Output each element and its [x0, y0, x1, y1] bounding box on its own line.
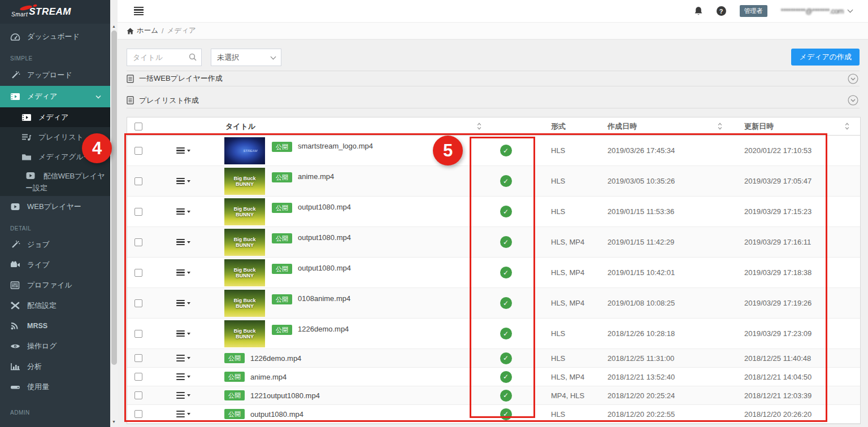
sidebar-item-live[interactable]: ライブ — [0, 255, 110, 275]
sidebar-toggle-button[interactable] — [134, 7, 144, 16]
status-ok-icon: ✓ — [500, 408, 512, 420]
row-menu-button[interactable] — [174, 237, 193, 248]
column-header-format: 形式 — [537, 117, 600, 135]
sidebar-item-analysis[interactable]: 分析 — [0, 356, 110, 377]
format-cell: HLS — [537, 349, 600, 367]
row-checkbox[interactable] — [134, 391, 142, 399]
create-playlist-accordion[interactable]: プレイリスト作成 — [127, 93, 860, 108]
sidebar-item-label: 配信設定 — [27, 300, 57, 311]
sort-icon[interactable] — [844, 122, 850, 130]
status-ok-icon: ✓ — [500, 352, 512, 364]
media-title: 1221output1080.mp4 — [250, 391, 320, 400]
row-menu-button[interactable] — [174, 206, 193, 217]
brand-swoosh-icon — [19, 4, 38, 11]
category-select-value: 未選択 — [217, 53, 239, 63]
sidebar-subitem-media-group[interactable]: メディアグループ — [0, 147, 110, 167]
sidebar-item-label: 分析 — [27, 361, 42, 372]
row-menu-button[interactable] — [174, 408, 193, 420]
row-menu-button[interactable] — [174, 352, 193, 364]
row-menu-button[interactable] — [174, 328, 193, 339]
batch-webplayer-label: 一括WEBプレイヤー作成 — [139, 73, 223, 84]
row-checkbox[interactable] — [134, 410, 142, 418]
table-row: Big Buck BUNNY 公開 output1080.mp4 ✓ HLS 2… — [127, 197, 860, 227]
sidebar-item-mrss[interactable]: MRSS — [0, 316, 110, 336]
sidebar-item-webplayer[interactable]: WEBプレイヤー — [0, 196, 110, 217]
scroll-down-arrow[interactable]: ▼ — [110, 418, 118, 425]
bar-chart-icon — [10, 363, 20, 371]
row-checkbox[interactable] — [134, 177, 142, 185]
create-media-button[interactable]: メディアの作成 — [791, 49, 860, 66]
help-icon[interactable]: ? — [717, 6, 726, 16]
sidebar-item-usage[interactable]: 使用量 — [0, 377, 110, 397]
row-menu-button[interactable] — [174, 390, 193, 401]
search-icon[interactable] — [189, 53, 197, 61]
category-select[interactable]: 未選択 — [211, 49, 281, 66]
tachometer-icon — [10, 33, 20, 41]
play-rect-icon — [10, 203, 20, 211]
sort-icon[interactable] — [476, 122, 482, 130]
row-menu-button[interactable] — [174, 267, 193, 278]
table-row: Big Buck BUNNY 公開 1226demo.mp4 ✓ HLS 201… — [127, 319, 860, 349]
status-ok-icon: ✓ — [500, 206, 512, 217]
sidebar-subitem-delivery-webplayer[interactable]: 配信WEBプレイヤー設定 — [0, 167, 110, 196]
expand-circle-icon[interactable] — [848, 73, 858, 84]
row-menu-button[interactable] — [174, 145, 193, 156]
row-checkbox[interactable] — [134, 238, 142, 246]
account-menu[interactable]: **********@*******.com — [781, 7, 852, 15]
media-title: anime.mp4 — [298, 172, 334, 181]
format-cell: HLS — [537, 405, 600, 423]
rss-icon — [10, 322, 20, 330]
sidebar-item-upload[interactable]: アップロード — [0, 64, 110, 86]
media-title: 1226demo.mp4 — [250, 354, 301, 363]
media-title: anime.mp4 — [250, 373, 287, 381]
row-checkbox[interactable] — [134, 147, 142, 155]
format-cell: HLS — [537, 319, 600, 348]
sidebar-subitem-media[interactable]: メディア — [0, 107, 110, 127]
row-checkbox[interactable] — [134, 373, 142, 381]
expand-circle-icon[interactable] — [848, 95, 858, 106]
breadcrumb-home-link[interactable]: ホーム — [127, 26, 158, 36]
bell-icon[interactable] — [694, 6, 703, 16]
row-checkbox[interactable] — [134, 354, 142, 362]
media-title: output1080.mp4 — [298, 264, 351, 272]
sidebar-scrollbar[interactable]: ▲ ▼ — [110, 23, 118, 427]
row-menu-button[interactable] — [174, 176, 193, 187]
publish-badge: 公開 — [224, 409, 245, 419]
media-title: output1080.mp4 — [298, 233, 351, 242]
format-cell: HLS, MP4 — [537, 227, 600, 257]
sort-icon[interactable] — [717, 122, 723, 130]
breadcrumb-home-label: ホーム — [137, 26, 158, 36]
format-cell: HLS, MP4 — [537, 258, 600, 287]
updated-cell: 2019/03/29 17:19:26 — [735, 288, 860, 318]
thumbnail-text: Big Buck BUNNY — [230, 206, 259, 218]
updated-cell: 2020/01/22 17:10:53 — [735, 136, 860, 165]
scroll-up-arrow[interactable]: ▲ — [110, 23, 118, 29]
video-thumbnail: Big Buck BUNNY — [224, 168, 265, 195]
playlist-icon — [21, 133, 32, 141]
format-cell: HLS, MP4 — [537, 368, 600, 386]
row-menu-button[interactable] — [174, 371, 193, 382]
brand-logo[interactable]: Smart STREAM — [0, 0, 110, 24]
batch-webplayer-accordion[interactable]: 一括WEBプレイヤー作成 — [127, 71, 860, 86]
document-icon — [127, 96, 134, 104]
row-checkbox[interactable] — [134, 299, 142, 307]
row-menu-button[interactable] — [174, 298, 193, 309]
sidebar-item-profile[interactable]: プロファイル — [0, 275, 110, 295]
main-content: 未選択 メディアの作成 一括WEBプレイヤー作成 プレイリスト作成 タイトル — [118, 40, 868, 427]
sidebar-item-media[interactable]: メディア — [0, 86, 110, 107]
row-checkbox[interactable] — [134, 269, 142, 277]
created-cell: 2019/01/15 10:42:01 — [600, 258, 735, 287]
breadcrumb: ホーム / メディア — [118, 23, 868, 40]
row-checkbox[interactable] — [134, 330, 142, 338]
select-all-checkbox[interactable] — [134, 123, 142, 130]
created-cell: 2018/12/26 10:28:18 — [600, 319, 735, 348]
sidebar-item-operation-log[interactable]: 操作ログ — [0, 336, 110, 356]
sidebar-item-delivery-settings[interactable]: 配信設定 — [0, 295, 110, 316]
sidebar-item-job[interactable]: ジョブ — [0, 234, 110, 255]
sidebar-item-label: ジョブ — [27, 239, 50, 250]
sidebar-item-dashboard[interactable]: ダッシュボード — [0, 26, 110, 47]
publish-badge: 公開 — [272, 233, 292, 243]
row-checkbox[interactable] — [134, 208, 142, 216]
sidebar-subitem-playlist[interactable]: プレイリスト — [0, 127, 110, 147]
scrollbar-thumb[interactable] — [111, 30, 117, 365]
